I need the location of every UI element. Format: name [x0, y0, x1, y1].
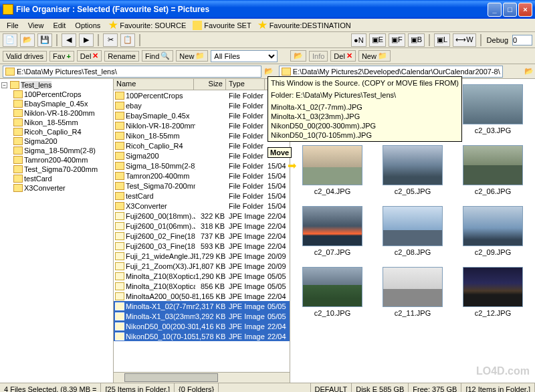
- tree-node[interactable]: EbaySmaple_0.45x: [1, 99, 112, 108]
- thumbnail-image: [463, 84, 523, 124]
- rename-button[interactable]: Rename: [104, 51, 139, 62]
- col-name[interactable]: Name: [114, 79, 194, 90]
- f-button[interactable]: ▣F: [389, 33, 405, 47]
- scrollbar-thumb[interactable]: [124, 373, 218, 382]
- horizontal-scrollbar[interactable]: [114, 372, 290, 383]
- new-button[interactable]: New📁: [176, 50, 208, 62]
- tree-node[interactable]: Test_Sigma70-200mm: [1, 165, 112, 174]
- file-row[interactable]: MinoltaA200_00(50-8-200mm).JPG1,165 KBJP…: [114, 291, 290, 301]
- thumbnail[interactable]: c2_07.JPG: [296, 206, 369, 256]
- thumbnail[interactable]: c2_04.JPG: [296, 145, 369, 195]
- thumbnail[interactable]: c2_12.JPG: [456, 267, 530, 317]
- address-left[interactable]: E:\Data\My Pictures\Test_lens\: [3, 66, 261, 78]
- maximize-button[interactable]: □: [503, 3, 517, 17]
- collapse-icon[interactable]: −: [1, 82, 7, 88]
- file-row[interactable]: Fuji2600_02_Fine(18mm).JPG737 KBJPE Imag…: [114, 231, 290, 241]
- file-row[interactable]: Minolta_Z10(8Xoptical_2mpix)_01...856 KB…: [114, 281, 290, 291]
- file-row[interactable]: 100PercentCropsFile Folder08/06: [114, 90, 290, 100]
- file-row[interactable]: Ricoh_Caplio_R4File Folder: [114, 140, 290, 151]
- filter-select[interactable]: All Files: [211, 50, 278, 62]
- tree-node[interactable]: X3Converter: [1, 183, 112, 193]
- file-row[interactable]: testCardFile Folder15/04: [114, 191, 290, 201]
- tool-copy-icon[interactable]: 📋: [120, 33, 135, 47]
- tree-node[interactable]: Sigma200: [1, 136, 112, 146]
- thumbnail[interactable]: c2_08.JPG: [376, 206, 449, 256]
- file-row[interactable]: Fuji_21_Zoom(X3).JPG1,807 KBJPE Image20/…: [114, 261, 290, 271]
- thumbnail[interactable]: c2_03.JPG: [456, 84, 530, 134]
- address-right[interactable]: E:\Data\My Pictures2\Developed\Calendar\…: [279, 66, 503, 78]
- col-type[interactable]: Type: [226, 79, 265, 90]
- thumbnail[interactable]: c2_11.JPG: [376, 267, 449, 317]
- tool-prev-icon[interactable]: ◀: [62, 33, 76, 47]
- col-size[interactable]: Size: [194, 79, 226, 90]
- e-button[interactable]: ▣E: [369, 33, 386, 47]
- menu-edit[interactable]: Edit: [49, 20, 70, 31]
- new2-button[interactable]: New📁: [358, 50, 391, 62]
- debug-input[interactable]: [512, 35, 532, 45]
- thumbnail[interactable]: c2_10.JPG: [296, 267, 369, 317]
- tree-node[interactable]: 100PercentCrops: [1, 90, 112, 99]
- thumbnail-image: [302, 206, 362, 246]
- go-left-icon[interactable]: 📂: [263, 66, 275, 78]
- file-rows[interactable]: 100PercentCropsFile Folder08/06ebayFile …: [114, 90, 290, 372]
- tree-node[interactable]: Niklon-VR-18-200mm: [1, 108, 112, 118]
- toolbar: 📄 📂 💾 ◀ ▶ ✂ 📋 ●N ▣E ▣F ▣B ▣L ⟷W Debug: [0, 32, 535, 48]
- close-button[interactable]: ×: [518, 3, 532, 17]
- subtoolbar: Valid drives Fav+ Del✕ Rename Find🔍 New📁…: [0, 48, 535, 64]
- file-row[interactable]: Fuji_21_wideAngle.JPG1,729 KBJPE Image20…: [114, 251, 290, 261]
- find-button[interactable]: Find🔍: [142, 50, 173, 62]
- file-row[interactable]: Sigma_18-50mm(2-8)File Folder15/04: [114, 161, 290, 171]
- go-icon[interactable]: 📂: [290, 50, 306, 62]
- minimize-button[interactable]: _: [488, 3, 502, 17]
- menu-view[interactable]: View: [24, 20, 48, 31]
- file-row[interactable]: Nikon_18-55mmFile Folder: [114, 130, 290, 140]
- file-row[interactable]: Test_Sigma70-200mmFile Folder15/04: [114, 181, 290, 191]
- del2-button[interactable]: Del✕: [330, 50, 356, 62]
- valid-drives-button[interactable]: Valid drives: [3, 51, 47, 62]
- file-row[interactable]: Fuji2600_00(18mm).JPG322 KBJPE Image22/0…: [114, 211, 290, 221]
- tree-node[interactable]: Sigma_18-50mm(2-8): [1, 146, 112, 155]
- fav-button[interactable]: Fav+: [49, 51, 74, 62]
- thumbnail[interactable]: c2_05.JPG: [376, 145, 449, 195]
- tool-save-icon[interactable]: 💾: [37, 33, 52, 47]
- b-button[interactable]: ▣B: [408, 33, 425, 47]
- go-right-icon[interactable]: 📂: [523, 66, 535, 78]
- tool-new-icon[interactable]: 📄: [3, 33, 17, 47]
- tree-node[interactable]: Tamron200-400mm: [1, 155, 112, 165]
- tree-node[interactable]: Nikon_18-55mm: [1, 118, 112, 127]
- w-button[interactable]: ⟷W: [453, 33, 475, 47]
- file-row[interactable]: NikonD50_00(200-300mm).JPG1,416 KBJPE Im…: [114, 321, 290, 331]
- file-row[interactable]: Fuji2600_03_Fine(18mm).JPG593 KBJPE Imag…: [114, 241, 290, 251]
- l-button[interactable]: ▣L: [434, 33, 450, 47]
- thumbnail[interactable]: c2_09.JPG: [456, 206, 530, 256]
- file-row[interactable]: ebayFile Folder: [114, 100, 290, 110]
- fav-dest[interactable]: Favourite:DESTINATION: [255, 19, 354, 31]
- thumbnail-image: [463, 206, 523, 246]
- file-row[interactable]: EbaySmaple_0.45xFile Folder: [114, 110, 290, 120]
- tree-root[interactable]: −Test_lens: [1, 80, 112, 90]
- file-row[interactable]: Minolta-X1_02(7-7mm).JPG2,317 KBJPE Imag…: [114, 301, 290, 311]
- tool-open-icon[interactable]: 📂: [20, 33, 35, 47]
- tool-cut-icon[interactable]: ✂: [103, 33, 118, 47]
- fav-set[interactable]: Favourite SET: [190, 19, 253, 31]
- fav-source[interactable]: Favourite: SOURCE: [106, 19, 189, 31]
- file-row[interactable]: X3ConverterFile Folder15/04: [114, 201, 290, 211]
- file-row[interactable]: Minolta-X1_03(23mm).JPG3,292 KBJPE Image…: [114, 311, 290, 321]
- tree-node[interactable]: Ricoh_Caplio_R4: [1, 127, 112, 136]
- on-button[interactable]: ●N: [351, 33, 366, 47]
- menu-options[interactable]: Options: [71, 20, 104, 31]
- thumbnail[interactable]: c2_06.JPG: [456, 145, 530, 195]
- info-button[interactable]: Info: [309, 51, 328, 62]
- tree-node[interactable]: testCard: [1, 174, 112, 183]
- file-row[interactable]: Fuji2600_01(06mm).JPG318 KBJPE Image22/0…: [114, 221, 290, 231]
- tool-next-icon[interactable]: ▶: [79, 33, 94, 47]
- file-row[interactable]: Tamron200-400mmFile Folder15/04: [114, 171, 290, 181]
- file-row[interactable]: Minolta_Z10(8Xoptical_2mpix)_00...1,290 …: [114, 271, 290, 281]
- file-row[interactable]: NikonD50_10(70-105mm).JPG1,578 KBJPE Ima…: [114, 331, 290, 341]
- folder-tree[interactable]: −Test_lens 100PercentCropsEbaySmaple_0.4…: [0, 79, 114, 383]
- folder-icon: [13, 118, 23, 126]
- menu-file[interactable]: File: [3, 20, 23, 31]
- file-row[interactable]: Sigma200File Folder: [114, 151, 290, 161]
- del-button[interactable]: Del✕: [77, 50, 102, 62]
- file-row[interactable]: Niklon-VR-18-200mmFile Folder: [114, 120, 290, 130]
